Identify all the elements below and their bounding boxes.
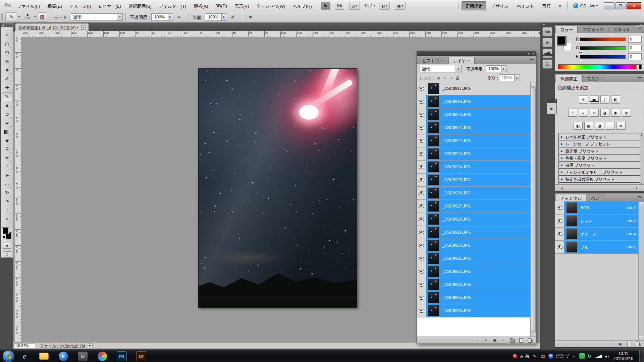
layer-thumbnail[interactable] bbox=[428, 83, 439, 94]
collapse-panel-icon[interactable]: ◂◂ bbox=[527, 52, 530, 55]
tools-panel-header[interactable]: ▸▸ bbox=[1, 23, 13, 27]
layer-thumbnail[interactable] bbox=[428, 266, 439, 277]
channel-row[interactable]: グリーン Ctrl+4 bbox=[555, 228, 644, 241]
channel-thumbnail[interactable] bbox=[566, 241, 578, 253]
tray-app-sync-icon[interactable]: ↻ bbox=[587, 353, 592, 359]
workspace-button[interactable]: 写真 bbox=[539, 2, 554, 10]
visibility-toggle[interactable] bbox=[417, 187, 426, 199]
close-document-icon[interactable]: ✕ bbox=[81, 25, 86, 30]
color-value-input[interactable]: 0 bbox=[628, 45, 642, 51]
taskbar-explorer[interactable] bbox=[35, 350, 53, 362]
channel-thumbnail[interactable] bbox=[566, 215, 578, 227]
hue-saturation-icon[interactable]: ≡ bbox=[579, 109, 588, 117]
tablet-opacity-icon[interactable]: ✑ bbox=[174, 13, 185, 21]
3d-roll-tool[interactable]: ↷ bbox=[2, 197, 12, 206]
layer-blend-mode-select[interactable]: 通常 ▼ bbox=[420, 65, 462, 72]
color-value-input[interactable]: 0 bbox=[628, 53, 642, 60]
layer-thumbnail[interactable] bbox=[428, 109, 439, 120]
show-desktop-button[interactable] bbox=[639, 350, 644, 362]
layer-thumbnail[interactable] bbox=[428, 279, 439, 290]
tray-app-green-icon[interactable]: ↕ bbox=[579, 353, 585, 359]
status-options-button[interactable]: ▶ bbox=[88, 343, 93, 348]
layer-row[interactable]: _DSC9923.JPG bbox=[417, 147, 536, 161]
menu-item[interactable]: レイヤー(L) bbox=[95, 0, 125, 11]
layer-thumbnail[interactable] bbox=[428, 161, 439, 173]
switch-panel-icon[interactable]: ◱ bbox=[560, 186, 565, 190]
layer-row[interactable]: _DSC9936.JPG bbox=[417, 304, 536, 317]
expand-triangle-icon[interactable]: ▶ bbox=[561, 135, 563, 138]
expand-triangle-icon[interactable]: ▶ bbox=[561, 171, 563, 174]
panel-drag-bar[interactable]: ◂◂ ✕ bbox=[417, 51, 536, 56]
pen-tool[interactable]: ✒ bbox=[2, 154, 12, 162]
rectangular-marquee-tool[interactable]: ▢ bbox=[2, 40, 12, 48]
layer-thumbnail[interactable] bbox=[428, 174, 439, 186]
volume-icon[interactable]: ◄) bbox=[604, 354, 608, 358]
visibility-toggle[interactable] bbox=[417, 226, 426, 239]
color-slider-track[interactable] bbox=[580, 38, 626, 41]
arrange-documents-button[interactable]: ◧▾ bbox=[379, 2, 390, 10]
visibility-toggle[interactable] bbox=[417, 239, 426, 252]
tab-styles[interactable]: スタイル bbox=[609, 25, 635, 33]
tablet-size-icon[interactable]: ✒ bbox=[246, 13, 256, 21]
close-icon[interactable]: ✕ bbox=[554, 100, 556, 102]
workspace-button[interactable]: » bbox=[555, 2, 565, 9]
brush-tool-preset[interactable]: ✎ bbox=[5, 12, 17, 22]
scrollbar[interactable]: ▲ ▼ bbox=[640, 133, 644, 185]
visibility-toggle[interactable] bbox=[417, 265, 426, 278]
exposure-icon[interactable]: ◩ bbox=[611, 96, 620, 104]
new-group-icon[interactable] bbox=[509, 338, 515, 343]
clip-to-layer-icon[interactable]: ◑ bbox=[634, 186, 639, 190]
visibility-toggle[interactable] bbox=[417, 161, 426, 173]
lasso-tool[interactable]: Ϙ bbox=[2, 48, 12, 57]
layer-row[interactable]: _DSC9928.JPG bbox=[417, 213, 536, 226]
layer-thumbnail[interactable] bbox=[428, 305, 439, 316]
layer-thumbnail[interactable] bbox=[428, 214, 439, 225]
tab-history[interactable]: ヒストリー bbox=[418, 57, 448, 64]
tab-channels[interactable]: チャンネル bbox=[556, 194, 586, 201]
layer-row[interactable]: _DSC9927.JPG bbox=[417, 200, 536, 213]
spot-healing-brush-tool[interactable]: ✚ bbox=[2, 83, 12, 92]
layer-thumbnail[interactable] bbox=[428, 96, 439, 107]
document-tab[interactable]: 名称未設定1 @ 16.7% (RGB/8*) * ✕ bbox=[15, 23, 89, 32]
layer-row[interactable]: _DSC9922.JPG bbox=[417, 134, 536, 147]
layer-row[interactable]: _DSC9929.JPG bbox=[417, 226, 536, 239]
quick-mask-button[interactable]: ◉ bbox=[3, 243, 11, 249]
blur-tool[interactable]: ◆ bbox=[2, 136, 12, 145]
menu-item[interactable]: ウィンドウ(W) bbox=[253, 0, 289, 11]
preset-group-row[interactable]: ▶ チャンネルミキサー プリセット bbox=[559, 169, 640, 176]
histogram-dock-icon[interactable]: ▂▅▇▃ bbox=[542, 49, 552, 58]
channel-row[interactable]: RGB Ctrl+2 bbox=[555, 201, 644, 215]
layer-thumbnail[interactable] bbox=[428, 227, 439, 238]
layer-row[interactable]: _DSC9920.JPG bbox=[417, 108, 536, 121]
menu-item[interactable]: イメージ(I) bbox=[66, 0, 95, 11]
levels-icon[interactable]: ▂▅▂ bbox=[590, 96, 599, 104]
scrollbar[interactable]: ▲▼ bbox=[530, 82, 536, 337]
close-panel-icon[interactable]: ✕ bbox=[532, 52, 534, 55]
layer-thumbnail[interactable] bbox=[428, 148, 439, 160]
ime-pad-icon[interactable]: ✎ bbox=[532, 353, 538, 360]
delete-layer-icon[interactable] bbox=[527, 338, 532, 343]
visibility-toggle[interactable] bbox=[417, 147, 426, 160]
invert-icon[interactable]: ◧ bbox=[574, 122, 583, 130]
workspace-button[interactable]: デザイン bbox=[488, 2, 512, 10]
tab-masks[interactable]: マスク bbox=[582, 75, 604, 82]
tab-swatches[interactable]: スウォッチ bbox=[578, 25, 608, 33]
visibility-toggle[interactable] bbox=[555, 201, 564, 214]
opacity-slider-button[interactable]: ▶ bbox=[168, 13, 173, 21]
visibility-toggle[interactable] bbox=[417, 121, 426, 134]
slider-handle[interactable] bbox=[579, 59, 582, 61]
help-icon[interactable]: ? bbox=[548, 354, 553, 359]
preset-group-row[interactable]: ▶ トーンカーブ プリセット bbox=[559, 140, 640, 147]
dodge-tool[interactable]: ⚲ bbox=[2, 145, 12, 154]
move-tool[interactable]: ↖ bbox=[2, 31, 12, 40]
layer-row[interactable]: _DSC9932.JPG bbox=[417, 265, 536, 278]
save-selection-channel-icon[interactable]: ▣ bbox=[618, 342, 623, 346]
visibility-toggle[interactable] bbox=[417, 213, 426, 226]
visibility-toggle[interactable] bbox=[417, 200, 426, 213]
info-dock-icon[interactable]: ⓘ bbox=[542, 59, 552, 69]
layer-mask-icon[interactable]: ▣ bbox=[492, 338, 497, 343]
clone-stamp-tool[interactable]: ♟ bbox=[2, 101, 12, 110]
rectangle-tool[interactable]: ▭ bbox=[2, 180, 12, 188]
scrollbar[interactable]: ▲▼ bbox=[638, 201, 644, 341]
layer-thumbnail[interactable] bbox=[428, 240, 439, 251]
